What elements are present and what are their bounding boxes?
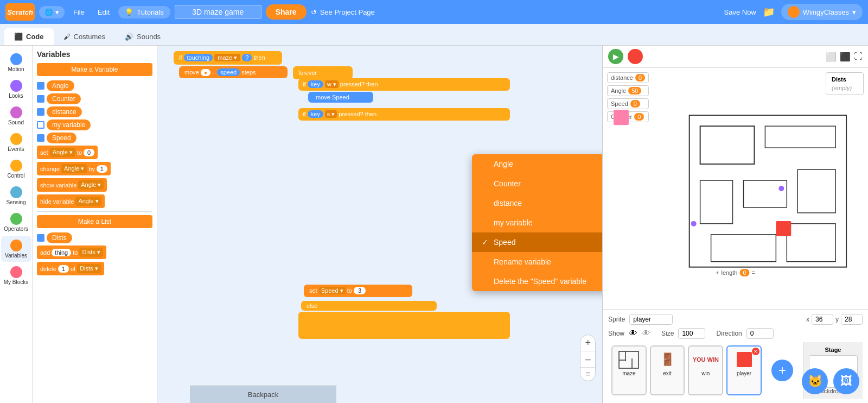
stage-view-controls: ⬜ ⬛ ⛶ <box>826 52 863 62</box>
sprite-thumb-exit[interactable]: 🚪 exit <box>650 345 685 395</box>
sprite-thumb-player[interactable]: ✕ player <box>726 345 762 395</box>
forever-block[interactable]: forever <box>293 66 353 79</box>
green-flag-button[interactable]: ▶ <box>608 49 623 64</box>
move-speed-block[interactable]: move Speed <box>308 92 373 103</box>
else-block[interactable]: else <box>301 301 437 311</box>
menu-item-angle[interactable]: Angle <box>472 154 602 174</box>
cat-button[interactable]: 🐱 <box>802 368 828 394</box>
hide-variable-block[interactable]: hide variable Angle ▾ <box>37 194 105 208</box>
sidebar-item-control[interactable]: Control <box>1 156 31 182</box>
var-pill-speed[interactable]: Speed <box>47 133 76 143</box>
set-block[interactable]: set Angle ▾ to 0 <box>37 146 98 159</box>
show-variable-row: show variable Angle ▾ <box>37 178 152 192</box>
set-var-dropdown[interactable]: Angle ▾ <box>50 148 75 157</box>
menu-item-distance[interactable]: distance <box>472 193 602 213</box>
tab-sounds[interactable]: 🔊 Sounds <box>115 28 170 45</box>
delete-list-dropdown[interactable]: Dists ▾ <box>77 264 101 273</box>
stop-button[interactable] <box>628 49 643 64</box>
var-pill-counter[interactable]: Counter <box>47 93 81 104</box>
sprite-thumb-win[interactable]: YOU WIN win <box>688 345 723 395</box>
project-name-input[interactable] <box>175 5 261 19</box>
scripts-area[interactable]: if touching maze ▾ ? then move ● – speed… <box>157 46 602 403</box>
sidebar-item-sensing[interactable]: Sensing <box>1 183 31 209</box>
menu-item-myvariable[interactable]: my variable <box>472 213 602 232</box>
backpack-bar[interactable]: Backpack <box>190 386 336 403</box>
user-menu[interactable]: WiingyClasses ▾ <box>781 4 863 20</box>
tab-costumes[interactable]: 🖌 Costumes <box>54 28 116 45</box>
zoom-out-button[interactable]: – <box>580 351 595 367</box>
zoom-reset-button[interactable]: = <box>580 368 595 381</box>
folder-button[interactable]: 📁 <box>763 6 775 18</box>
var-checkbox-dists[interactable] <box>37 234 44 242</box>
sprite-name-input[interactable] <box>629 314 673 325</box>
show-visible-eye[interactable]: 👁 <box>629 329 637 338</box>
sidebar-item-looks[interactable]: Looks <box>1 77 31 102</box>
backdrop-add-button[interactable]: 🖼 <box>833 368 859 394</box>
delete-sprite-icon[interactable]: ✕ <box>752 348 760 355</box>
add-item-input[interactable]: thing <box>52 249 71 256</box>
hide-var-dropdown[interactable]: Angle ▾ <box>75 197 101 206</box>
var-checkbox-counter[interactable] <box>37 95 44 103</box>
var-pill-distance[interactable]: distance <box>47 106 82 117</box>
globe-button[interactable]: 🌐 ▾ <box>39 6 65 18</box>
menu-item-speed[interactable]: ✓ Speed <box>472 232 602 252</box>
make-variable-button[interactable]: Make a Variable <box>37 63 152 76</box>
sidebar-item-events[interactable]: Events <box>1 130 31 155</box>
stage-fullscreen-button[interactable]: ⛶ <box>854 52 863 62</box>
scratch-logo: Scratch <box>5 3 35 21</box>
change-block[interactable]: change Angle ▾ by 1 <box>37 162 111 175</box>
see-project-button[interactable]: ↺ See Project Page <box>311 8 375 16</box>
hide-variable-row: hide variable Angle ▾ <box>37 194 152 208</box>
menu-item-counter[interactable]: Counter <box>472 174 602 193</box>
set-value-input[interactable]: 0 <box>84 149 94 156</box>
sprite-size-input[interactable] <box>678 328 705 339</box>
add-sprite-button[interactable]: + <box>771 360 793 381</box>
sprite-direction-input[interactable] <box>746 328 774 339</box>
delete-list-block[interactable]: delete 1 of Dists ▾ <box>37 262 104 275</box>
stage-small-button[interactable]: ⬜ <box>826 52 837 62</box>
sidebar-item-myblocks[interactable]: My Blocks <box>1 263 31 288</box>
var-pill-angle[interactable]: Angle <box>47 80 74 91</box>
control-icon <box>10 160 22 172</box>
delete-item-input[interactable]: 1 <box>58 265 69 273</box>
change-var-dropdown[interactable]: Angle ▾ <box>61 164 87 173</box>
sprite-show-row: Show 👁 👁 Size Direction <box>608 328 863 339</box>
make-list-button[interactable]: Make a List <box>37 215 152 228</box>
sidebar-item-variables[interactable]: Variables <box>1 236 31 262</box>
var-checkbox-distance[interactable] <box>37 108 44 116</box>
share-button[interactable]: Share <box>266 4 307 20</box>
menu-item-delete[interactable]: Delete the "Speed" variable <box>472 272 602 291</box>
add-list-block[interactable]: add thing to Dists ▾ <box>37 245 106 259</box>
if-touching-block[interactable]: if touching maze ▾ ? then <box>174 51 282 65</box>
sidebar-item-operators[interactable]: Operators <box>1 210 31 235</box>
zoom-in-button[interactable]: + <box>580 335 595 351</box>
file-menu[interactable]: File <box>69 6 89 18</box>
var-pill-dists[interactable]: Dists <box>47 232 72 243</box>
var-checkbox-speed[interactable] <box>37 134 44 142</box>
sidebar-item-motion[interactable]: Motion <box>1 50 31 75</box>
sidebar-item-sound[interactable]: Sound <box>1 103 31 129</box>
tutorials-button[interactable]: 💡 Tutorials <box>118 6 170 18</box>
bottom-block[interactable] <box>298 312 510 339</box>
show-variable-block[interactable]: show variable Angle ▾ <box>37 178 107 192</box>
sprite-y-input[interactable] <box>841 314 863 325</box>
sprite-x-input[interactable] <box>812 314 833 325</box>
set-speed-block[interactable]: set Speed ▾ to 3 <box>304 285 412 297</box>
save-now-button[interactable]: Save Now <box>724 8 756 16</box>
show-var-dropdown[interactable]: Angle ▾ <box>78 180 104 190</box>
move-block[interactable]: move ● – speed steps <box>179 66 288 78</box>
sprite-thumb-maze[interactable]: maze <box>611 345 647 395</box>
var-pill-myvariable[interactable]: my variable <box>47 119 91 130</box>
if-key-w-block[interactable]: if key w ▾ pressed? then <box>298 78 510 91</box>
operators-icon <box>10 213 22 225</box>
if-key-s-block[interactable]: if key s ▾ pressed? then <box>298 108 510 121</box>
edit-menu[interactable]: Edit <box>93 6 114 18</box>
menu-item-rename[interactable]: Rename variable <box>472 252 602 272</box>
stage-normal-button[interactable]: ⬛ <box>840 52 851 62</box>
show-hidden-eye[interactable]: 👁 <box>642 329 650 338</box>
var-checkbox-myvariable[interactable] <box>37 121 44 129</box>
change-value-input[interactable]: 1 <box>97 165 107 173</box>
var-checkbox-angle[interactable] <box>37 82 44 90</box>
add-list-dropdown[interactable]: Dists ▾ <box>79 248 103 257</box>
tab-code[interactable]: ⬛ Code <box>4 28 54 45</box>
